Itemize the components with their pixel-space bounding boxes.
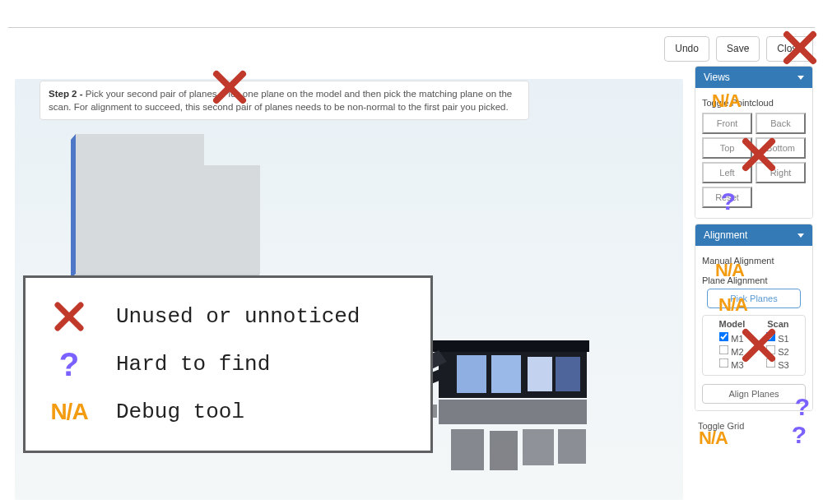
toggle-pointcloud-label[interactable]: Toggle Pointcloud [702,98,806,108]
svg-marker-1 [71,134,76,279]
legend-debug-text: Debug tool [116,400,244,424]
na-icon: N/A [45,399,93,425]
m2-checkbox[interactable]: M2 [718,344,743,357]
manual-alignment-label: Manual Alignment [702,256,806,266]
svg-rect-12 [523,429,554,465]
view-bottom-button[interactable]: Bottom [756,137,806,159]
view-left-button[interactable]: Left [702,162,752,183]
svg-rect-10 [451,429,484,470]
instruction-callout: Step 2 - Pick your second pair of planes… [40,81,529,120]
view-front-button[interactable]: Front [702,113,752,134]
views-panel-title: Views [704,72,730,83]
svg-rect-9 [439,400,587,424]
save-button[interactable]: Save [716,36,760,62]
chevron-down-icon [797,76,804,80]
annotation-legend: Unused or unnoticed ? Hard to find N/A D… [23,275,433,453]
alignment-panel-header[interactable]: Alignment [695,224,812,246]
svg-rect-4 [429,340,589,352]
views-panel: Views Toggle Pointcloud Front Back Top B… [695,66,813,219]
view-back-button[interactable]: Back [756,113,806,134]
alignment-panel: Alignment Manual Alignment Plane Alignme… [695,224,813,411]
close-button[interactable]: Close [766,36,813,62]
sidebar: Views Toggle Pointcloud Front Back Top B… [695,66,813,434]
x-icon [45,300,93,333]
views-panel-header[interactable]: Views [695,67,812,88]
top-toolbar: Undo Save Close [664,36,813,62]
s3-checkbox[interactable]: S3 [765,358,788,370]
model-scan-selector: Model Scan M1 S1 M2 S2 M3 S3 [702,315,806,376]
chevron-down-icon [797,234,804,238]
view-top-button[interactable]: Top [702,137,752,159]
svg-rect-7 [528,357,552,391]
m3-checkbox[interactable]: M3 [718,358,743,370]
pick-planes-button[interactable]: Pick Planes [707,289,801,308]
toggle-grid-label[interactable]: Toggle Grid [695,416,813,434]
view-right-button[interactable]: Right [756,162,806,183]
s2-checkbox[interactable]: S2 [765,344,788,357]
instruction-text: Pick your second pair of planes. Pick on… [49,89,512,112]
top-divider [8,27,815,28]
svg-rect-5 [457,355,486,393]
alignment-panel-title: Alignment [704,229,747,241]
align-planes-button[interactable]: Align Planes [702,384,806,404]
svg-rect-11 [490,431,518,470]
model-header: Model [718,319,745,329]
m1-checkbox[interactable]: M1 [718,331,743,344]
legend-hard-text: Hard to find [116,352,270,377]
svg-marker-0 [71,134,260,274]
scan-header: Scan [767,319,788,329]
question-icon: ? [45,346,93,383]
svg-rect-8 [556,357,580,391]
legend-unused-text: Unused or unnoticed [116,304,360,329]
svg-rect-13 [558,429,586,464]
svg-rect-6 [491,355,521,393]
plane-alignment-label: Plane Alignment [702,275,806,285]
instruction-step: Step 2 - [49,89,83,99]
s1-checkbox[interactable]: S1 [765,331,788,344]
view-reset-button[interactable]: Reset [702,187,752,208]
undo-button[interactable]: Undo [664,36,709,62]
